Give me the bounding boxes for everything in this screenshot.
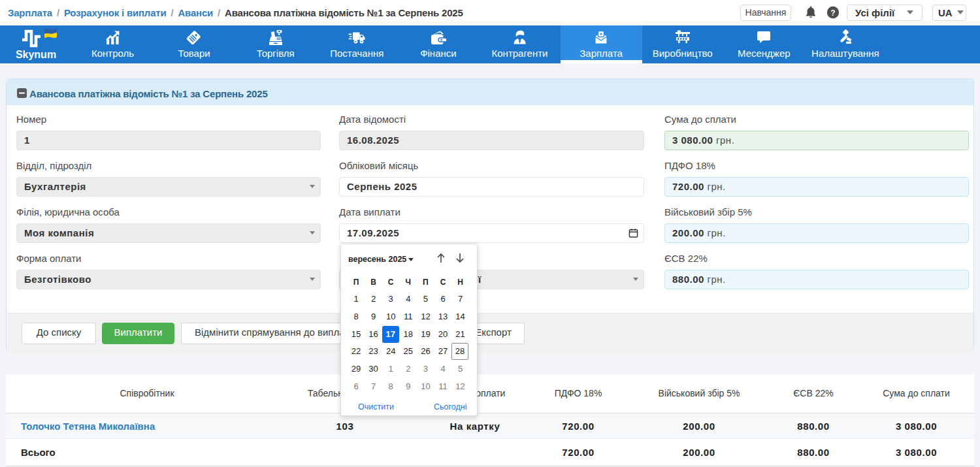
- svg-text:?: ?: [830, 8, 835, 18]
